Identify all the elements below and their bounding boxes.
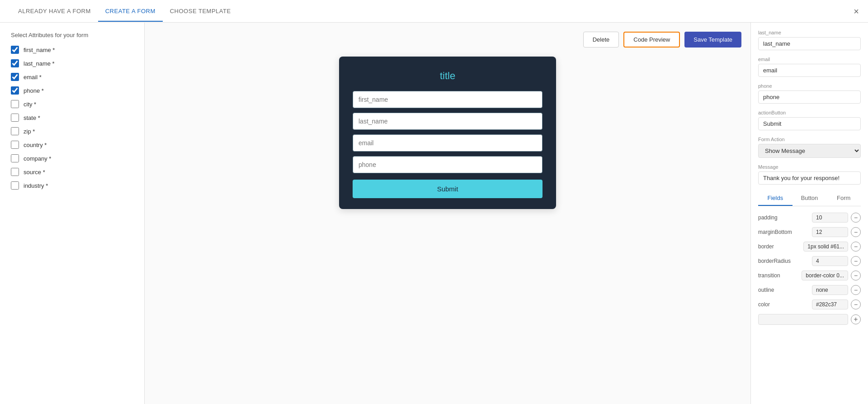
prop-value-transition: border-color 0... — [802, 271, 848, 280]
checkbox-last-name[interactable]: last_name * — [11, 59, 133, 67]
checkbox-industry[interactable]: industry * — [11, 181, 133, 190]
prop-label-padding: padding — [758, 214, 809, 221]
prop-decrement-padding[interactable]: − — [851, 213, 861, 223]
right-sidebar: last_name email phone actionButton Form … — [750, 23, 868, 404]
checkbox-state-label: state * — [24, 114, 40, 121]
checkbox-first-name-input[interactable] — [11, 46, 19, 54]
form-preview-title: title — [353, 70, 542, 82]
right-field-message-label: Message — [758, 164, 861, 170]
checkbox-zip-label: zip * — [24, 128, 35, 135]
right-field-email-label: email — [758, 57, 861, 62]
checkbox-state-input[interactable] — [11, 114, 19, 122]
checkbox-country[interactable]: country * — [11, 141, 133, 149]
right-field-message-input[interactable] — [758, 171, 861, 185]
prop-label-border-radius: borderRadius — [758, 258, 809, 264]
checkbox-state[interactable]: state * — [11, 114, 133, 122]
checkbox-zip-input[interactable] — [11, 127, 19, 135]
center-content: Delete Code Preview Save Template title … — [145, 23, 750, 404]
checkbox-email-input[interactable] — [11, 73, 19, 81]
right-tabs: Fields Button Form — [758, 191, 861, 206]
checkbox-company-label: company * — [24, 155, 51, 162]
prop-row-border-radius: borderRadius 4 − — [758, 256, 861, 266]
prop-decrement-margin-bottom[interactable]: − — [851, 227, 861, 237]
checkbox-phone-input[interactable] — [11, 86, 19, 95]
prop-label-margin-bottom: marginBottom — [758, 229, 809, 235]
right-field-action-button-input[interactable] — [758, 117, 861, 130]
checkbox-country-input[interactable] — [11, 141, 19, 149]
tab-create-form[interactable]: CREATE A FORM — [98, 1, 163, 22]
sidebar-title: Select Attributes for your form — [11, 32, 133, 38]
right-field-phone-label: phone — [758, 83, 861, 89]
right-field-email: email — [758, 57, 861, 77]
right-field-form-action-label: Form Action — [758, 137, 861, 142]
checkbox-zip[interactable]: zip * — [11, 127, 133, 135]
checkbox-source[interactable]: source * — [11, 168, 133, 176]
prop-row-padding: padding 10 − — [758, 213, 861, 223]
center-toolbar: Delete Code Preview Save Template — [154, 32, 741, 48]
tab-choose-template[interactable]: CHOOSE TEMPLATE — [163, 1, 238, 22]
form-submit-button[interactable]: Submit — [353, 180, 542, 198]
prop-decrement-outline[interactable]: − — [851, 285, 861, 295]
checkbox-industry-label: industry * — [24, 182, 48, 189]
right-field-form-action-select[interactable]: Show Message Redirect URL — [758, 144, 861, 158]
prop-value-padding: 10 — [812, 213, 848, 223]
prop-row-transition: transition border-color 0... − — [758, 271, 861, 280]
prop-decrement-transition[interactable]: − — [851, 271, 861, 280]
delete-button[interactable]: Delete — [583, 32, 619, 48]
prop-row-color: color #282c37 − — [758, 299, 861, 309]
checkbox-country-label: country * — [24, 142, 47, 148]
checkbox-phone[interactable]: phone * — [11, 86, 133, 95]
right-field-email-input[interactable] — [758, 64, 861, 77]
prop-label-transition: transition — [758, 272, 799, 279]
form-field-phone[interactable] — [353, 156, 542, 173]
checkbox-first-name[interactable]: first_name * — [11, 46, 133, 54]
prop-add-row: + — [758, 314, 861, 325]
close-button[interactable]: × — [854, 6, 859, 16]
main-layout: Select Attributes for your form first_na… — [0, 23, 868, 404]
tab-button[interactable]: Button — [793, 191, 827, 206]
prop-decrement-color[interactable]: − — [851, 299, 861, 309]
prop-label-border: border — [758, 243, 801, 250]
checkbox-city[interactable]: city * — [11, 100, 133, 108]
tab-fields[interactable]: Fields — [758, 191, 793, 206]
right-field-last-name-label: last_name — [758, 30, 861, 35]
prop-row-margin-bottom: marginBottom 12 − — [758, 227, 861, 237]
checkbox-industry-input[interactable] — [11, 181, 19, 190]
code-preview-button[interactable]: Code Preview — [623, 32, 680, 48]
save-template-button[interactable]: Save Template — [684, 32, 741, 48]
prop-value-margin-bottom: 12 — [812, 227, 848, 237]
top-nav: ALREADY HAVE A FORM CREATE A FORM CHOOSE… — [0, 0, 868, 23]
checkbox-company-input[interactable] — [11, 154, 19, 162]
prop-value-border: 1px solid #61... — [803, 242, 848, 252]
prop-value-outline: none — [812, 285, 848, 295]
prop-row-border: border 1px solid #61... − — [758, 242, 861, 252]
checkbox-last-name-input[interactable] — [11, 59, 19, 67]
right-field-phone-input[interactable] — [758, 90, 861, 104]
form-field-email[interactable] — [353, 134, 542, 152]
right-field-last-name-input[interactable] — [758, 37, 861, 50]
checkbox-email[interactable]: email * — [11, 73, 133, 81]
prop-row-outline: outline none − — [758, 285, 861, 295]
checkbox-company[interactable]: company * — [11, 154, 133, 162]
prop-value-color: #282c37 — [812, 299, 848, 309]
prop-decrement-border-radius[interactable]: − — [851, 256, 861, 266]
checkbox-city-input[interactable] — [11, 100, 19, 108]
checkbox-last-name-label: last_name * — [24, 60, 55, 67]
right-field-action-button: actionButton — [758, 110, 861, 130]
form-preview: title Submit — [339, 57, 556, 209]
prop-add-input[interactable] — [758, 314, 848, 325]
prop-add-button[interactable]: + — [851, 314, 861, 324]
tab-form[interactable]: Form — [826, 191, 861, 206]
form-field-last-name[interactable] — [353, 113, 542, 130]
right-field-last-name: last_name — [758, 30, 861, 50]
tab-already-have-form[interactable]: ALREADY HAVE A FORM — [11, 1, 98, 22]
left-sidebar: Select Attributes for your form first_na… — [0, 23, 145, 404]
prop-decrement-border[interactable]: − — [851, 242, 861, 252]
right-field-phone: phone — [758, 83, 861, 104]
checkbox-source-input[interactable] — [11, 168, 19, 176]
checkbox-first-name-label: first_name * — [24, 47, 55, 53]
checkbox-email-label: email * — [24, 74, 42, 81]
right-field-action-button-label: actionButton — [758, 110, 861, 115]
form-field-first-name[interactable] — [353, 91, 542, 108]
prop-label-outline: outline — [758, 287, 809, 293]
